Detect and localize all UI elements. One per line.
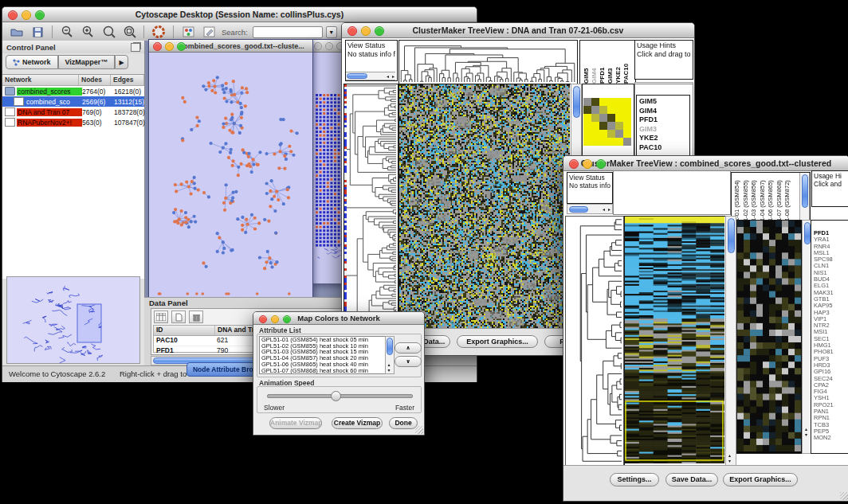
tab-vizmapper[interactable]: VizMapper™ [58, 55, 116, 69]
tv1-column-dendrogram[interactable] [399, 41, 575, 82]
network-view-canvas[interactable] [149, 53, 311, 298]
network-view-window[interactable]: combined_scores_good.txt--cluste... [148, 39, 313, 299]
minimize-button[interactable] [22, 10, 31, 20]
network-table-row[interactable]: DNA and Tran 07 769(0) 183728(0) [2, 107, 144, 117]
zoom-button[interactable] [375, 26, 384, 36]
speed-slider-thumb[interactable] [331, 391, 341, 401]
select-attributes-icon[interactable] [154, 311, 168, 323]
search-input[interactable] [253, 26, 323, 38]
tv1-gene-name[interactable]: GIM5 [639, 97, 687, 107]
close-button[interactable] [259, 315, 267, 323]
tv1-gene-name[interactable]: GIM3 [639, 125, 687, 135]
minimize-button[interactable] [271, 315, 279, 323]
network-overview-panel[interactable] [6, 276, 140, 364]
attribute-list-group: GPL51-01 (GSM854) heat shock 05 minGPL51… [257, 334, 422, 377]
tv2-save-data-button[interactable]: Save Data... [665, 473, 718, 486]
network-table-rows: combined_scores 2764(0) 16218(0) combine… [2, 86, 144, 127]
tv2-heatmap[interactable] [625, 217, 724, 463]
zoom-button[interactable] [283, 315, 291, 323]
dialog-titlebar[interactable]: Map Colors to Network [253, 312, 424, 325]
zoom-selected-icon[interactable] [121, 25, 137, 39]
resize-grip[interactable] [840, 492, 848, 500]
treeview1-titlebar[interactable]: ClusterMaker TreeView : DNA and Tran 07-… [342, 23, 694, 38]
tv2-row-dendrogram-panel[interactable] [565, 216, 624, 466]
close-button[interactable] [347, 26, 357, 36]
minimize-button[interactable] [325, 42, 333, 50]
network-table: Network Nodes Edges combined_scores 2764… [2, 74, 144, 279]
faster-label: Faster [395, 404, 414, 412]
close-button[interactable] [153, 42, 162, 51]
minimize-button[interactable] [361, 26, 371, 36]
tv1-row-dendrogram-panel[interactable] [344, 84, 398, 330]
tv1-column-label: YKE2 [614, 41, 622, 84]
tv2-gene-name[interactable]: MON2 [814, 435, 847, 441]
minimize-button[interactable] [583, 159, 592, 169]
zoom-fit-icon[interactable] [100, 25, 116, 39]
done-button[interactable]: Done [389, 417, 418, 429]
tv2-row-dendrogram[interactable] [566, 217, 622, 463]
search-dropdown-icon[interactable]: ▼ [326, 26, 337, 38]
network-table-header[interactable]: Network Nodes Edges [2, 75, 144, 86]
move-up-button[interactable]: ∧ [395, 342, 422, 354]
tv2-settings-button[interactable]: Settings... [610, 473, 659, 486]
tv1-gene-name[interactable]: PFD1 [639, 115, 687, 125]
new-attribute-icon[interactable] [171, 311, 186, 323]
zoom-button[interactable] [596, 159, 606, 169]
tab-overflow-arrow[interactable]: ▶ [115, 55, 128, 69]
tv1-status-hscrollbar[interactable]: ◂▸ [346, 72, 395, 80]
close-button[interactable] [314, 42, 322, 50]
tv2-usage-hints: Usage HiClick and [811, 170, 848, 207]
animate-vizmap-button[interactable]: Animate Vizmap [269, 417, 322, 429]
tab-network[interactable]: Network [6, 55, 58, 69]
float-panel-icon[interactable] [131, 43, 140, 52]
close-button[interactable] [569, 159, 579, 169]
tv2-status-hscrollbar[interactable]: ◂▸ [567, 204, 613, 214]
annotation-icon[interactable] [201, 25, 217, 39]
tv2-gene-panel: PFD1YRA1RNR4MSL1SPC98CLN1NIS1BUD4ELG1MAK… [811, 220, 848, 454]
vizmapper-icon[interactable] [180, 25, 196, 39]
tv1-column-dendrogram-panel[interactable] [398, 40, 578, 84]
tv1-gene-name[interactable]: GIM4 [639, 107, 687, 116]
tv2-heatmap-panel[interactable] [624, 216, 727, 466]
tv2-heatmap-vscrollbar[interactable]: ▴▾ [725, 216, 736, 466]
close-button[interactable] [8, 10, 18, 20]
network-table-row[interactable]: RNAPuberNov2+! 563(0) 107847(0) [2, 117, 144, 127]
tv2-view-status: View StatusNo status info [567, 172, 613, 204]
treeview2-titlebar[interactable]: ClusterMaker TreeView : combined_scores_… [563, 156, 848, 171]
tv1-gene-name[interactable]: YKE2 [639, 134, 687, 143]
treeview1-title: ClusterMaker TreeView : DNA and Tran 07-… [413, 25, 624, 35]
network-table-row[interactable]: combined_scores 2764(0) 16218(0) [2, 86, 144, 96]
delete-attribute-icon[interactable] [189, 311, 203, 323]
tv1-heatmap-panel[interactable] [398, 84, 572, 330]
tv1-heatmap[interactable] [399, 84, 570, 328]
tv1-row-dendrogram[interactable] [344, 84, 396, 328]
open-file-icon[interactable] [9, 25, 25, 39]
attribute-list-item[interactable]: GPL51-07 (GSM868) heat shock 60 min [260, 368, 386, 374]
resize-grip[interactable] [415, 426, 423, 434]
move-down-button[interactable]: ∨ [395, 356, 422, 367]
network-overview-canvas[interactable] [7, 277, 139, 363]
tv2-column-dendrogram-panel[interactable] [613, 170, 731, 215]
network-view-titlebar[interactable]: combined_scores_good.txt--cluste... [149, 40, 312, 53]
zoom-button[interactable] [35, 10, 45, 20]
tv2-export-graphics-button[interactable]: Export Graphics... [723, 473, 798, 486]
tv1-export-graphics-button[interactable]: Export Graphics... [457, 335, 538, 348]
control-panel-tabs: Network VizMapper™ ▶ [2, 53, 144, 71]
save-icon[interactable] [29, 25, 45, 39]
help-icon[interactable] [151, 25, 167, 39]
attribute-listbox[interactable]: GPL51-01 (GSM854) heat shock 05 minGPL51… [259, 336, 387, 374]
attribute-list-vscrollbar[interactable]: ▴▾ [385, 336, 395, 374]
main-window-title: Cytoscape Desktop (Session Name: collins… [135, 10, 344, 19]
create-vizmap-button[interactable]: Create Vizmap [332, 417, 383, 429]
slower-label: Slower [264, 404, 285, 412]
tv1-gene-name[interactable]: PAC10 [639, 143, 687, 153]
status-welcome: Welcome to Cytoscape 2.6.2 [9, 369, 105, 378]
toolbar-separator [143, 25, 144, 38]
network-table-row[interactable]: combined_sco 2569(6) 13112(15) [2, 96, 144, 107]
zoom-button[interactable] [177, 42, 186, 51]
zoom-in-icon[interactable] [80, 25, 96, 39]
control-panel: Control Panel Network VizMapper™ ▶ Netwo… [2, 41, 145, 365]
main-titlebar[interactable]: Cytoscape Desktop (Session Name: collins… [2, 7, 477, 22]
minimize-button[interactable] [165, 42, 174, 51]
zoom-out-icon[interactable] [59, 25, 75, 39]
